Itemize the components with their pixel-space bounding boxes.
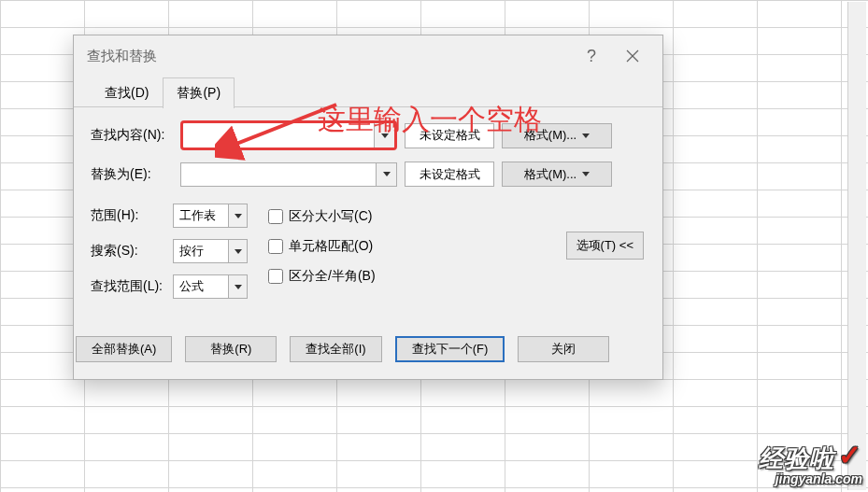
chevron-down-icon xyxy=(228,275,247,298)
vertical-scrollbar[interactable] xyxy=(847,2,866,490)
help-button[interactable]: ? xyxy=(571,35,612,77)
find-label: 查找内容(N): xyxy=(91,127,173,144)
lookin-label: 查找范围(L): xyxy=(91,278,173,295)
close-button[interactable]: 关闭 xyxy=(518,336,609,362)
tab-replace[interactable]: 替换(P) xyxy=(163,77,235,108)
replace-dropdown-icon[interactable] xyxy=(376,163,396,186)
replace-input-wrap xyxy=(180,162,397,187)
find-replace-dialog: 查找和替换 ? 查找(D) 替换(P) 查找内容(N): 未设定格式 格式(M)… xyxy=(73,35,663,380)
wholecell-checkbox[interactable]: 单元格匹配(O) xyxy=(268,232,376,261)
replace-all-button[interactable]: 全部替换(A) xyxy=(76,336,172,362)
find-all-button[interactable]: 查找全部(I) xyxy=(290,336,381,362)
replace-format-label: 未设定格式 xyxy=(405,162,494,187)
replace-button[interactable]: 替换(R) xyxy=(185,336,277,362)
scope-label: 范围(H): xyxy=(91,207,173,224)
scope-select[interactable]: 工作表 xyxy=(173,204,248,228)
checkmark-icon: ✓ xyxy=(834,440,862,471)
replace-input[interactable] xyxy=(181,163,376,186)
search-label: 搜索(S): xyxy=(91,243,173,260)
watermark-line1: 经验啦 xyxy=(759,444,834,472)
annotation-text: 这里输入一个空格 xyxy=(318,101,542,139)
chevron-down-icon xyxy=(228,240,247,262)
options-right: 区分大小写(C) 单元格匹配(O) 区分全/半角(B) xyxy=(268,198,376,304)
options-left: 范围(H): 工作表 搜索(S): 按行 查找范围(L): xyxy=(91,198,248,304)
search-select[interactable]: 按行 xyxy=(173,239,248,263)
tab-find[interactable]: 查找(D) xyxy=(91,77,163,108)
dialog-title: 查找和替换 xyxy=(87,48,157,65)
lookin-select[interactable]: 公式 xyxy=(173,274,248,299)
find-next-button[interactable]: 查找下一个(F) xyxy=(395,336,505,362)
replace-format-button[interactable]: 格式(M)... xyxy=(502,162,612,187)
options-toggle-button[interactable]: 选项(T) << xyxy=(566,232,644,260)
dialog-titlebar: 查找和替换 ? xyxy=(74,35,662,77)
watermark: 经验啦✓ jingyanla.com xyxy=(759,439,862,486)
matchcase-checkbox[interactable]: 区分大小写(C) xyxy=(268,202,376,232)
replace-label: 替换为(E): xyxy=(91,166,173,183)
dialog-buttons: 全部替换(A) 替换(R) 查找全部(I) 查找下一个(F) 关闭 xyxy=(74,321,662,379)
replace-row: 替换为(E): 未设定格式 格式(M)... xyxy=(91,162,646,187)
close-icon[interactable] xyxy=(612,35,653,77)
chevron-down-icon xyxy=(228,204,247,227)
width-checkbox[interactable]: 区分全/半角(B) xyxy=(268,261,376,291)
